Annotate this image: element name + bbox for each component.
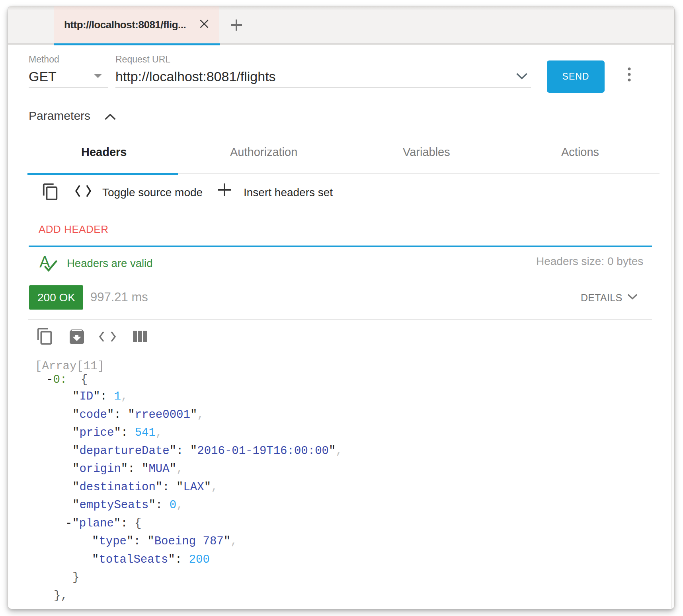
svg-text:A: A bbox=[39, 254, 50, 271]
